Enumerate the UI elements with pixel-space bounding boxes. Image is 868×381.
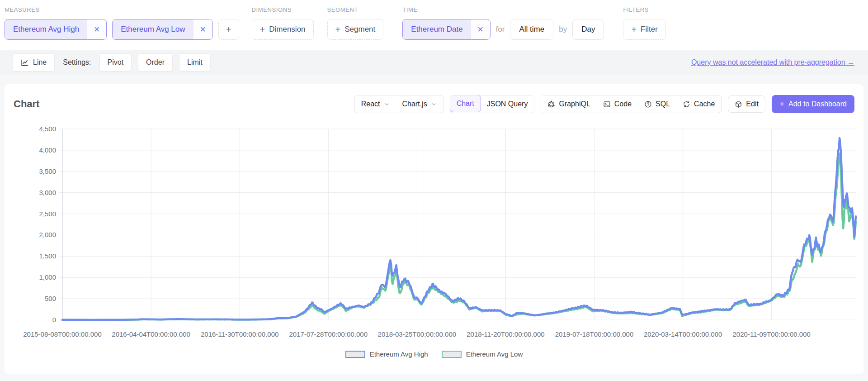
code-button[interactable]: Code bbox=[597, 95, 638, 113]
granularity-button[interactable]: Day bbox=[572, 19, 604, 40]
settings-label: Settings: bbox=[63, 58, 91, 67]
settings-bar: Line Settings: Pivot Order Limit Query w… bbox=[0, 50, 868, 75]
chart-type-label: Line bbox=[33, 58, 47, 67]
tab-json-query[interactable]: JSON Query bbox=[481, 95, 534, 113]
sql-button[interactable]: SQL bbox=[638, 95, 676, 113]
y-tick-label: 3,500 bbox=[39, 167, 56, 175]
tools-group: GraphiQL Code SQL bbox=[541, 95, 722, 113]
library-select[interactable]: Chart.js bbox=[396, 95, 443, 113]
segment-section: SEGMENT + Segment bbox=[327, 6, 384, 40]
measure-chip-label: Ethereum Avg Low bbox=[113, 19, 193, 39]
chart-header: Chart React Chart.js Chart JSO bbox=[5, 84, 863, 119]
measure-chip-ethereum-avg-low[interactable]: Ethereum Avg Low ✕ bbox=[112, 19, 212, 40]
framework-library-group: React Chart.js bbox=[354, 95, 443, 113]
segment-label: SEGMENT bbox=[327, 6, 384, 13]
chevron-down-icon bbox=[431, 101, 437, 107]
x-tick-label: 2020-11-09T00:00:00.000 bbox=[733, 330, 811, 338]
chart-legend: Ethereum Avg High Ethereum Avg Low bbox=[5, 350, 863, 358]
y-tick-label: 1,000 bbox=[39, 273, 56, 281]
y-tick-label: 0 bbox=[52, 316, 56, 324]
y-tick-label: 2,500 bbox=[39, 210, 56, 218]
time-section: TIME Ethereum Date ✕ for All time by Day bbox=[402, 6, 604, 40]
terminal-icon bbox=[603, 100, 611, 108]
limit-button[interactable]: Limit bbox=[179, 53, 211, 71]
chart-title: Chart bbox=[14, 98, 39, 110]
dimensions-section: DIMENSIONS + Dimension bbox=[252, 6, 314, 40]
measure-chip-label: Ethereum Avg High bbox=[5, 19, 87, 39]
preaggregation-link[interactable]: Query was not accelerated with pre-aggre… bbox=[691, 58, 854, 67]
add-dimension-label: Dimension bbox=[269, 25, 305, 34]
y-tick-label: 2,000 bbox=[39, 231, 56, 238]
graphiql-label: GraphiQL bbox=[559, 100, 590, 108]
add-dimension-button[interactable]: + Dimension bbox=[252, 19, 314, 40]
ethereum-price-line-chart: 05001,0001,5002,0002,5003,0003,5004,0004… bbox=[5, 119, 863, 346]
measures-section: MEASURES Ethereum Avg High ✕ Ethereum Av… bbox=[5, 6, 239, 40]
plus-icon: + bbox=[631, 25, 637, 34]
graphql-icon bbox=[547, 100, 555, 108]
add-filter-button[interactable]: + Filter bbox=[623, 19, 665, 40]
add-to-dashboard-label: Add to Dashboard bbox=[788, 100, 847, 108]
series-line-avg-low bbox=[62, 153, 856, 320]
y-tick-label: 500 bbox=[45, 295, 56, 302]
plus-icon: + bbox=[260, 25, 265, 34]
graphiql-button[interactable]: GraphiQL bbox=[541, 95, 596, 113]
chart-body: 05001,0001,5002,0002,5003,0003,5004,0004… bbox=[5, 119, 863, 358]
remove-time-icon[interactable]: ✕ bbox=[471, 19, 490, 39]
date-range-button[interactable]: All time bbox=[510, 19, 553, 40]
pivot-button[interactable]: Pivot bbox=[99, 53, 132, 71]
for-word: for bbox=[496, 25, 505, 34]
plus-icon: + bbox=[779, 99, 784, 109]
framework-select[interactable]: React bbox=[355, 95, 396, 113]
library-value: Chart.js bbox=[402, 100, 427, 108]
x-tick-label: 2016-11-30T00:00:00.000 bbox=[201, 330, 278, 338]
filters-section: FILTERS + Filter bbox=[623, 6, 665, 40]
x-tick-label: 2018-03-25T00:00:00.000 bbox=[378, 330, 456, 338]
refresh-icon bbox=[683, 100, 690, 108]
legend-label: Ethereum Avg Low bbox=[466, 350, 523, 358]
legend-item-avg-high[interactable]: Ethereum Avg High bbox=[345, 350, 428, 358]
chart-type-button[interactable]: Line bbox=[12, 53, 55, 71]
order-button[interactable]: Order bbox=[138, 53, 173, 71]
plus-icon: + bbox=[335, 25, 341, 34]
remove-measure-icon[interactable]: ✕ bbox=[193, 19, 212, 39]
add-filter-label: Filter bbox=[641, 25, 658, 34]
query-builder-bar: MEASURES Ethereum Avg High ✕ Ethereum Av… bbox=[0, 0, 868, 50]
y-tick-label: 4,500 bbox=[39, 125, 56, 133]
plus-icon: + bbox=[226, 25, 231, 34]
line-chart-icon bbox=[20, 58, 29, 67]
chart-card: Chart React Chart.js Chart JSO bbox=[5, 84, 863, 374]
chart-toolbar: React Chart.js Chart JSON Query bbox=[354, 95, 854, 113]
x-tick-label: 2017-07-28T00:00:00.000 bbox=[289, 330, 368, 338]
x-tick-label: 2015-08-08T00:00:00.000 bbox=[23, 330, 101, 338]
cube-icon bbox=[735, 100, 742, 108]
measures-label: MEASURES bbox=[5, 6, 239, 13]
framework-value: React bbox=[361, 100, 380, 108]
edit-label: Edit bbox=[746, 100, 759, 108]
legend-swatch-avg-low bbox=[442, 351, 462, 358]
measure-chip-ethereum-avg-high[interactable]: Ethereum Avg High ✕ bbox=[5, 19, 107, 40]
y-tick-label: 1,500 bbox=[39, 252, 56, 260]
x-tick-label: 2020-03-14T00:00:00.000 bbox=[644, 330, 722, 338]
add-to-dashboard-button[interactable]: + Add to Dashboard bbox=[772, 95, 854, 113]
cache-label: Cache bbox=[694, 100, 715, 108]
legend-item-avg-low[interactable]: Ethereum Avg Low bbox=[442, 350, 523, 358]
cache-button[interactable]: Cache bbox=[676, 95, 721, 113]
x-tick-label: 2019-07-18T00:00:00.000 bbox=[555, 330, 633, 338]
time-label: TIME bbox=[402, 6, 604, 13]
add-segment-button[interactable]: + Segment bbox=[327, 19, 384, 40]
y-tick-label: 3,000 bbox=[39, 189, 56, 196]
edit-button[interactable]: Edit bbox=[728, 95, 765, 113]
filters-label: FILTERS bbox=[623, 6, 665, 13]
x-tick-label: 2018-11-20T00:00:00.000 bbox=[467, 330, 544, 338]
legend-label: Ethereum Avg High bbox=[370, 350, 428, 358]
x-tick-label: 2016-04-04T00:00:00.000 bbox=[112, 330, 190, 338]
remove-measure-icon[interactable]: ✕ bbox=[87, 19, 106, 39]
tab-chart[interactable]: Chart bbox=[450, 95, 481, 112]
sql-label: SQL bbox=[656, 100, 670, 108]
view-tabs-group: Chart JSON Query bbox=[450, 95, 535, 113]
legend-swatch-avg-high bbox=[345, 351, 365, 358]
time-dimension-chip[interactable]: Ethereum Date ✕ bbox=[402, 19, 490, 40]
add-measure-button[interactable]: + bbox=[218, 19, 239, 40]
add-segment-label: Segment bbox=[344, 25, 375, 34]
y-tick-label: 4,000 bbox=[39, 146, 56, 154]
